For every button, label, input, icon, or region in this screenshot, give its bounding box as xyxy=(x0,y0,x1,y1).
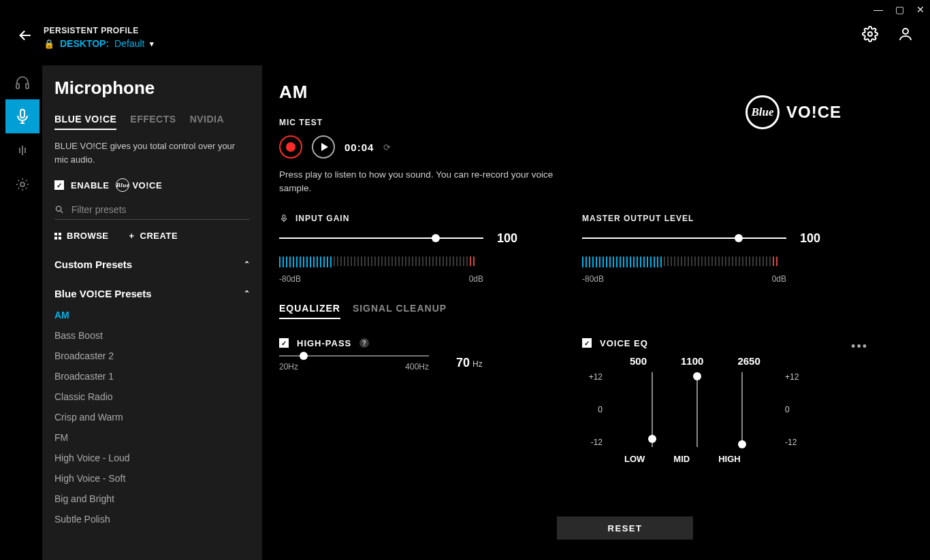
preset-item[interactable]: High Voice - Loud xyxy=(54,448,250,468)
slider-thumb[interactable] xyxy=(693,372,701,380)
blue-voice-presets-label: Blue VO!CE Presets xyxy=(54,288,152,299)
headphone-icon xyxy=(14,74,31,90)
mic-icon xyxy=(279,214,289,223)
create-button[interactable]: + CREATE xyxy=(129,231,178,241)
preset-item[interactable]: AM xyxy=(54,305,250,325)
chevron-up-icon: ⌃ xyxy=(244,260,250,269)
input-gain-label: INPUT GAIN xyxy=(295,214,349,223)
blue-voice-text: VO!CE xyxy=(786,103,841,122)
preset-item[interactable]: Big and Bright xyxy=(54,489,250,509)
blue-voice-logo-small: Blue VO!CE xyxy=(116,178,162,192)
voice-eq-checkbox[interactable]: ✓ xyxy=(582,338,592,348)
tab-effects[interactable]: EFFECTS xyxy=(130,114,176,130)
back-button[interactable] xyxy=(10,27,37,48)
voice-eq-menu-button[interactable]: ••• xyxy=(851,340,868,354)
filter-presets-input[interactable] xyxy=(71,204,250,215)
input-gain-value: 100 xyxy=(497,231,517,246)
blue-voice-presets-header[interactable]: Blue VO!CE Presets ⌃ xyxy=(54,282,250,305)
slider-thumb[interactable] xyxy=(648,435,656,443)
profile-selector[interactable]: 🔒 DESKTOP: Default ▾ xyxy=(44,38,154,49)
input-gain-slider[interactable] xyxy=(279,237,483,239)
window-minimize-button[interactable]: — xyxy=(873,4,883,15)
voice-eq-high-slider[interactable] xyxy=(741,372,743,447)
svg-rect-4 xyxy=(20,110,25,118)
blue-voice-circle-icon: Blue xyxy=(745,95,780,129)
custom-presets-header[interactable]: Custom Presets ⌃ xyxy=(54,253,250,276)
preset-item[interactable]: High Voice - Soft xyxy=(54,468,250,489)
preset-item[interactable]: Subtle Polish xyxy=(54,509,250,529)
voice-eq-low-slider[interactable] xyxy=(652,372,653,447)
grid-icon xyxy=(54,233,61,240)
voice-eq-mid-freq: 1100 xyxy=(681,355,703,367)
slider-thumb[interactable] xyxy=(738,440,746,448)
svg-rect-2 xyxy=(16,84,19,88)
custom-presets-label: Custom Presets xyxy=(54,259,132,270)
slider-thumb[interactable] xyxy=(735,234,743,242)
browse-button[interactable]: BROWSE xyxy=(54,231,109,241)
mic-test-hint: Press play to listen to how you sound. Y… xyxy=(279,168,565,196)
svg-point-5 xyxy=(20,182,25,186)
page-title: Microphone xyxy=(54,78,250,99)
voice-eq-mid-slider[interactable] xyxy=(696,372,698,447)
refresh-button[interactable]: ⟳ xyxy=(383,142,391,152)
search-icon xyxy=(54,204,65,215)
blue-voice-circle-icon: Blue xyxy=(116,178,129,192)
voice-eq-high-band: HIGH xyxy=(718,454,741,464)
nav-rail xyxy=(5,65,39,201)
nav-lighting[interactable] xyxy=(5,167,39,201)
tab-equalizer[interactable]: EQUALIZER xyxy=(279,303,340,319)
preset-item[interactable]: Crisp and Warm xyxy=(54,407,250,427)
browse-label: BROWSE xyxy=(67,231,109,241)
window-close-button[interactable]: ✕ xyxy=(916,4,925,15)
record-icon xyxy=(286,142,295,152)
master-output-max-label: 0dB xyxy=(772,274,786,284)
window-maximize-button[interactable]: ▢ xyxy=(895,4,904,15)
preset-item[interactable]: Bass Boost xyxy=(54,325,250,346)
svg-rect-3 xyxy=(26,84,29,88)
account-button[interactable] xyxy=(897,26,914,45)
high-pass-unit: Hz xyxy=(472,359,483,369)
high-pass-slider[interactable] xyxy=(279,355,429,357)
settings-button[interactable] xyxy=(862,26,878,45)
tab-blue-voice[interactable]: BLUE VO!CE xyxy=(54,114,116,130)
preset-item[interactable]: Broadcaster 1 xyxy=(54,366,250,386)
microphone-icon xyxy=(14,108,31,125)
play-button[interactable] xyxy=(312,135,335,159)
input-gain-min-label: -80dB xyxy=(279,274,301,284)
tab-nvidia[interactable]: NVIDIA xyxy=(190,114,224,130)
nav-microphone[interactable] xyxy=(5,99,39,133)
lock-icon: 🔒 xyxy=(44,39,54,49)
slider-thumb[interactable] xyxy=(300,352,308,360)
top-bar: PERSISTENT PROFILE 🔒 DESKTOP: Default ▾ xyxy=(10,20,920,54)
preset-item[interactable]: Classic Radio xyxy=(54,386,250,407)
svg-point-0 xyxy=(868,32,872,36)
nav-headphone[interactable] xyxy=(5,65,39,99)
profile-name: Default xyxy=(114,38,144,49)
mic-test-timer: 00:04 xyxy=(344,142,374,153)
user-icon xyxy=(897,26,914,42)
voice-eq-high-freq: 2650 xyxy=(737,355,760,367)
preset-item[interactable]: FM xyxy=(54,427,250,448)
high-pass-checkbox[interactable]: ✓ xyxy=(279,338,289,348)
profile-label: PERSISTENT PROFILE xyxy=(44,26,154,35)
main-content: AM Blue VO!CE MIC TEST 00:04 ⟳ Press pla… xyxy=(279,82,916,560)
high-pass-block: ✓ HIGH-PASS ? 20Hz 400Hz 70 Hz xyxy=(279,338,538,464)
master-output-value: 100 xyxy=(800,231,820,246)
equalizer-icon xyxy=(14,142,31,159)
tab-signal-cleanup[interactable]: SIGNAL CLEANUP xyxy=(353,303,447,319)
master-output-block: MASTER OUTPUT LEVEL 100 -80dB 0dB xyxy=(582,214,841,284)
eq-scale-mid: 0 xyxy=(582,405,603,414)
nav-equalizer[interactable] xyxy=(5,133,39,167)
master-output-slider[interactable] xyxy=(582,237,786,239)
enable-blue-voice-checkbox[interactable]: ✓ xyxy=(54,180,64,190)
reset-button[interactable]: RESET xyxy=(557,516,693,540)
input-gain-max-label: 0dB xyxy=(469,274,483,284)
blue-voice-text: VO!CE xyxy=(132,180,162,191)
slider-thumb[interactable] xyxy=(432,234,440,242)
create-label: CREATE xyxy=(140,231,178,241)
master-output-min-label: -80dB xyxy=(582,274,604,284)
record-button[interactable] xyxy=(279,135,302,159)
preset-item[interactable]: Broadcaster 2 xyxy=(54,346,250,366)
help-icon[interactable]: ? xyxy=(359,338,369,348)
high-pass-value: 70 xyxy=(456,356,470,370)
